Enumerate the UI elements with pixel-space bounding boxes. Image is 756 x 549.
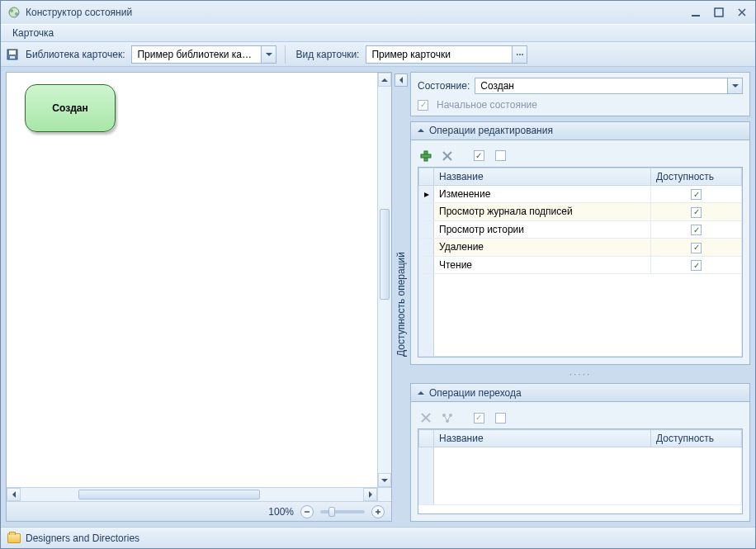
scroll-left-arrow[interactable] [7,488,21,501]
delete-button[interactable] [418,409,434,426]
svg-rect-3 [692,15,700,17]
cell-name: Просмотр журнала подписей [434,203,651,221]
check-all-button[interactable]: ✓ [470,148,487,164]
svg-point-0 [9,7,19,17]
transition-operations-header[interactable]: Операции перехода [411,384,749,402]
state-dropdown-value: Создан [475,78,727,93]
properties-pane: Состояние: Создан ✓ Начальное состояние … [410,72,750,522]
chevron-down-icon[interactable] [261,46,276,63]
side-tab[interactable]: Доступность операций [395,87,407,522]
cell-avail[interactable]: ✓ [651,185,742,203]
cell-avail[interactable]: ✓ [651,220,742,239]
maximize-button[interactable] [712,6,725,19]
close-button[interactable] [735,6,749,19]
col-name[interactable]: Название [434,430,651,447]
table-row[interactable]: ▸ Изменение ✓ [419,185,742,203]
scroll-right-arrow[interactable] [363,488,377,501]
minimize-button[interactable] [689,6,702,19]
menu-card[interactable]: Карточка [7,26,59,40]
zoom-slider-thumb[interactable] [328,507,335,517]
chevron-up-icon [418,391,424,395]
state-label: Состояние: [418,80,470,92]
edit-operations-title: Операции редактирования [429,125,553,136]
link-button[interactable] [439,409,456,426]
scroll-up-arrow[interactable] [378,73,391,87]
uncheck-all-button[interactable] [492,148,508,164]
uncheck-all-button[interactable] [492,409,508,426]
transition-operations-title: Операции перехода [429,387,522,399]
view-dropdown[interactable]: Пример карточки ··· [366,45,527,64]
table-row[interactable]: Просмотр журнала подписей ✓ [419,203,742,221]
window-title: Конструктор состояний [26,7,132,18]
collapse-toggle[interactable] [395,73,408,87]
trans-ops-table: Название Доступность [418,428,743,514]
zoom-value: 100% [268,506,294,518]
view-label: Вид карточки: [294,49,361,60]
state-dropdown[interactable]: Создан [475,78,743,94]
zoom-bar: 100% [7,501,391,521]
svg-rect-9 [10,56,15,59]
view-dropdown-value: Пример карточки [366,49,512,60]
row-indicator: ▸ [419,185,434,203]
library-dropdown[interactable]: Пример библиотеки карт... [131,45,276,64]
svg-rect-4 [715,8,723,17]
svg-line-23 [447,415,451,421]
state-node[interactable]: Создан [25,84,116,132]
cell-name: Удаление [434,239,651,257]
library-label: Библиотека карточек: [24,49,126,60]
svg-rect-14 [421,154,431,158]
col-avail[interactable]: Доступность [651,168,742,185]
svg-point-1 [10,9,13,12]
table-row[interactable]: Чтение ✓ [419,256,742,274]
zoom-slider[interactable] [320,510,365,514]
trans-ops-toolbar: ✓ [418,407,743,428]
splitter[interactable]: ····· [410,370,750,378]
delete-button[interactable] [439,148,456,164]
separator [285,45,286,64]
chevron-down-icon[interactable] [727,78,742,93]
design-canvas[interactable]: Создан [7,73,377,487]
svg-line-22 [444,415,447,421]
statusbar-text[interactable]: Designers and Directories [26,532,139,544]
cell-name: Изменение [434,185,651,203]
zoom-out-button[interactable] [300,505,314,518]
side-tab-gutter: Доступность операций [392,72,410,522]
col-name[interactable]: Название [434,168,651,185]
edit-operations-panel: Операции редактирования ✓ [410,121,750,365]
table-row[interactable]: Удаление ✓ [419,239,742,257]
table-row[interactable]: Просмотр истории ✓ [419,220,742,239]
cell-name: Просмотр истории [434,220,651,239]
initial-state-checkbox[interactable]: ✓ [418,100,428,111]
menubar: Карточка [1,24,755,42]
cell-name: Чтение [434,256,651,274]
svg-point-2 [15,12,18,16]
statusbar: Designers and Directories [1,527,755,548]
edit-ops-table: Название Доступность ▸ Изменение ✓ [418,167,743,358]
edit-ops-toolbar: ✓ [418,145,743,167]
edit-operations-header[interactable]: Операции редактирования [411,122,749,140]
app-icon [7,6,21,19]
scroll-down-arrow[interactable] [378,473,391,487]
state-panel: Состояние: Создан ✓ Начальное состояние [410,72,750,116]
check-all-button[interactable]: ✓ [470,409,487,426]
zoom-in-button[interactable] [371,505,385,518]
initial-state-label: Начальное состояние [437,99,537,111]
vertical-scrollbar[interactable] [377,73,391,487]
add-button[interactable] [418,148,434,164]
side-tab-label: Доступность операций [395,252,407,357]
horizontal-scrollbar[interactable] [7,487,391,501]
toolbar: Библиотека карточек: Пример библиотеки к… [1,42,755,67]
vertical-scroll-thumb[interactable] [380,209,390,300]
ellipsis-button[interactable]: ··· [512,46,527,63]
horizontal-scroll-thumb[interactable] [78,490,260,499]
chevron-up-icon [418,129,424,132]
cell-avail[interactable]: ✓ [651,203,742,221]
cell-avail[interactable]: ✓ [651,256,742,274]
col-avail[interactable]: Доступность [651,430,742,447]
titlebar: Конструктор состояний [1,1,755,24]
library-dropdown-value: Пример библиотеки карт... [132,49,261,60]
save-icon[interactable] [6,48,19,61]
canvas-pane: Создан [6,72,392,522]
cell-avail[interactable]: ✓ [651,239,742,257]
transition-operations-panel: Операции перехода ✓ [410,383,750,522]
